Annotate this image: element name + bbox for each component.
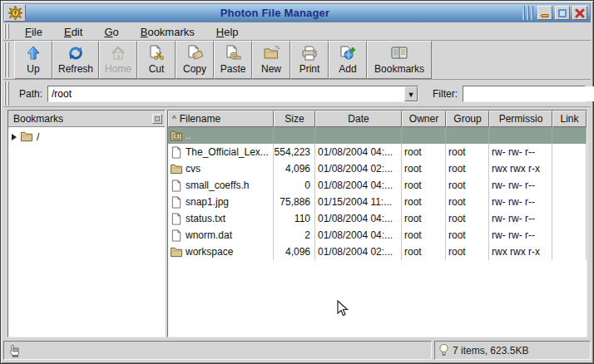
add-bookmark-icon: [339, 44, 357, 62]
toolbar-button-paste[interactable]: Paste: [214, 41, 252, 79]
filter-input[interactable]: [463, 86, 594, 101]
photon-logo-icon: [8, 6, 22, 20]
folder-icon: [170, 163, 183, 175]
toolbar-button-refresh[interactable]: Refresh: [52, 41, 99, 79]
toolbar-grip[interactable]: [4, 42, 11, 77]
minimize-icon: [541, 14, 549, 17]
menubar-grip[interactable]: [4, 24, 11, 39]
menu-help[interactable]: Help: [205, 24, 250, 40]
folder-icon: [20, 130, 33, 143]
pathbar-grip[interactable]: [4, 81, 11, 106]
close-icon: [575, 8, 585, 18]
file-icon: [170, 229, 183, 242]
toolbar-button-up[interactable]: Up: [14, 41, 52, 79]
titlebar[interactable]: Photon File Manager: [3, 3, 591, 22]
refresh-icon: [67, 44, 84, 62]
toolbar-button-print[interactable]: Print: [290, 41, 329, 79]
window-title: Photon File Manager: [27, 7, 522, 19]
copy-icon: [186, 44, 204, 62]
toolbar-button-add[interactable]: Add: [329, 41, 367, 79]
titlebar-grip[interactable]: [522, 6, 534, 20]
print-icon: [300, 44, 319, 62]
toolbar: Up Refresh Home Cut Copy: [3, 41, 591, 80]
panel-detach-icon: [155, 116, 160, 121]
bookmarks-panel-header: Bookmarks: [8, 111, 165, 127]
file-icon: [170, 146, 183, 159]
paste-icon: [224, 44, 242, 62]
photon-file-manager-window: Photon File Manager File Edit Go Bookmar…: [0, 0, 594, 364]
file-icon: [170, 180, 183, 192]
cut-icon: [147, 44, 166, 62]
toolbar-button-home[interactable]: Home: [99, 41, 137, 79]
home-icon: [110, 44, 126, 62]
table-header: ^ Filename Size Date Owner Group Permiss…: [168, 111, 587, 127]
minimize-button[interactable]: [537, 6, 552, 20]
path-combo: ▼: [47, 86, 418, 102]
bookmark-item-root[interactable]: /: [8, 127, 165, 145]
window-menu-button[interactable]: [4, 4, 26, 22]
path-input[interactable]: [48, 86, 404, 101]
filter-label: Filter:: [433, 88, 458, 100]
menu-edit[interactable]: Edit: [53, 24, 93, 40]
menu-file[interactable]: File: [14, 24, 53, 40]
column-header-link[interactable]: Link: [552, 111, 587, 127]
bookmarks-icon: [389, 44, 409, 62]
pointing-hand-icon: [7, 343, 21, 357]
menu-go[interactable]: Go: [93, 24, 129, 40]
panel-detach-button[interactable]: [152, 114, 162, 124]
column-header-date[interactable]: Date: [315, 111, 402, 127]
toolbar-button-bookmarks[interactable]: Bookmarks: [367, 41, 432, 79]
filter-combo: ▼: [463, 86, 586, 102]
file-row[interactable]: cvs 4,096 01/08/2004 02:... root root rw…: [168, 160, 587, 177]
maximize-icon: [558, 9, 567, 17]
bookmark-label: /: [37, 131, 39, 143]
column-header-group[interactable]: Group: [446, 111, 489, 127]
file-icon: [170, 213, 183, 225]
toolbar-button-new[interactable]: New: [252, 41, 290, 79]
file-row[interactable]: small_coeffs.h 0 01/08/2004 04:... root …: [168, 177, 587, 194]
path-label: Path:: [19, 88, 42, 100]
path-dropdown-arrow-icon[interactable]: ▼: [404, 86, 418, 101]
toolbar-button-copy[interactable]: Copy: [176, 41, 214, 79]
sort-ascending-icon: ^: [172, 115, 176, 124]
pathbar: Path: ▼ Filter: ▼: [3, 81, 591, 107]
lightbulb-icon: [438, 343, 449, 357]
tree-expand-arrow-icon[interactable]: [12, 134, 17, 140]
items-summary: 7 items, 623.5KB: [434, 341, 591, 360]
new-folder-icon: [262, 44, 280, 62]
file-row[interactable]: wnorm.dat 2 01/08/2004 04:... root root …: [168, 227, 587, 243]
statusbar: 7 items, 623.5KB: [3, 339, 591, 360]
column-header-owner[interactable]: Owner: [402, 111, 446, 127]
column-header-permissions[interactable]: Permissio: [489, 111, 552, 127]
menu-bookmarks[interactable]: Bookmarks: [130, 24, 205, 40]
folder-icon: [170, 246, 183, 258]
bookmarks-panel: Bookmarks /: [7, 110, 166, 337]
file-row[interactable]: The_Official_Lex... 554,223 01/08/2004 0…: [168, 144, 587, 160]
file-row[interactable]: workspace 4,096 01/08/2004 02:... root r…: [168, 243, 587, 260]
table-body: .. The_Official_Lex... 554,223 01/08/: [168, 127, 587, 260]
close-button[interactable]: [572, 6, 587, 20]
bookmarks-panel-title: Bookmarks: [13, 113, 152, 125]
folder-up-icon: [170, 130, 183, 142]
maximize-button[interactable]: [555, 6, 570, 20]
toolbar-button-cut[interactable]: Cut: [137, 41, 176, 79]
main-area: Bookmarks / ^ Filename Size Date Owner G…: [3, 109, 591, 338]
file-row[interactable]: status.txt 110 01/08/2004 04:... root ro…: [168, 210, 587, 227]
file-row-parent-dir[interactable]: ..: [168, 127, 587, 144]
file-list-panel: ^ Filename Size Date Owner Group Permiss…: [167, 110, 587, 337]
file-row[interactable]: snap1.jpg 75,886 01/15/2004 11:... root …: [168, 194, 587, 210]
file-icon: [170, 196, 183, 209]
up-arrow-icon: [25, 44, 42, 62]
status-message-area: [3, 341, 432, 360]
column-header-size[interactable]: Size: [274, 111, 315, 127]
column-header-filename[interactable]: ^ Filename: [168, 111, 274, 127]
menubar: File Edit Go Bookmarks Help: [3, 23, 591, 41]
items-summary-text: 7 items, 623.5KB: [453, 345, 528, 357]
